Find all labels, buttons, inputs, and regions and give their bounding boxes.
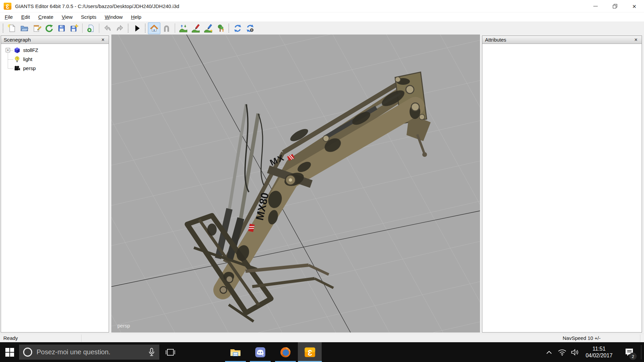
tray-wifi-button[interactable]: [556, 342, 568, 362]
tray-volume-button[interactable]: [569, 342, 582, 362]
taskbar-app-file-explorer[interactable]: [223, 342, 248, 362]
edit-notes-icon: [32, 24, 41, 33]
task-view-icon: [165, 348, 175, 356]
script-settings-button[interactable]: [244, 22, 256, 34]
tree-node-persp[interactable]: persp: [1, 64, 109, 73]
cortana-icon: [23, 348, 32, 357]
svg-text:3: 3: [308, 348, 312, 357]
tree-node-light[interactable]: light: [1, 55, 109, 64]
redo-button[interactable]: [114, 22, 126, 34]
toolbar-grip[interactable]: [228, 24, 230, 33]
reload-scripts-icon: [233, 24, 242, 33]
attributes-panel: Attributes ×: [482, 36, 642, 333]
viewport-3d[interactable]: MX MX80 persp: [111, 35, 480, 333]
title-bar: 3 GIANTS Editor 64bit 7.0.5 - C:/Users/b…: [0, 0, 644, 12]
show-desktop-button[interactable]: [641, 345, 641, 359]
attributes-header: Attributes ×: [482, 36, 642, 44]
menu-window[interactable]: Window: [101, 13, 126, 21]
clock-date: 04/02/2017: [586, 352, 612, 359]
restore-icon: [613, 4, 617, 8]
volume-icon: [571, 349, 580, 356]
terrain-sculpt-button[interactable]: [177, 22, 190, 34]
scenegraph-header: Scenegraph ×: [1, 36, 109, 44]
task-view-button[interactable]: [163, 342, 178, 362]
play-icon: [132, 24, 142, 33]
magnet-snap-button[interactable]: [160, 22, 173, 34]
new-scene-button[interactable]: [6, 22, 18, 34]
discord-icon: [255, 347, 266, 358]
tree-node-stollFZ[interactable]: + stollFZ: [1, 46, 109, 55]
magnet-snap-icon: [162, 24, 171, 33]
menu-help[interactable]: Help: [128, 13, 145, 21]
start-button[interactable]: [0, 342, 19, 362]
scenegraph-tree: + stollFZ light: [1, 44, 109, 73]
chevron-up-icon: [546, 350, 552, 354]
save-as-button[interactable]: [68, 22, 80, 34]
terrain-paint-button[interactable]: [190, 22, 202, 34]
open-file-button[interactable]: [18, 22, 31, 34]
menu-view[interactable]: View: [58, 13, 76, 21]
home-camera-icon: [150, 24, 159, 33]
toolbar-grip[interactable]: [145, 24, 146, 33]
action-center-button[interactable]: 2: [619, 342, 639, 362]
firefox-icon: [280, 347, 291, 358]
statusbar-separator: [640, 335, 640, 342]
wifi-icon: [558, 349, 567, 356]
tray-chevron-up-button[interactable]: [543, 342, 555, 362]
undo-button[interactable]: [101, 22, 114, 34]
taskbar-app-giants-editor[interactable]: 3: [298, 342, 322, 362]
menu-create[interactable]: Create: [35, 13, 57, 21]
notification-badge: 2: [629, 353, 637, 360]
terrain-sculpt-icon: [179, 24, 188, 33]
status-text: Ready: [3, 335, 18, 341]
save-icon: [57, 24, 66, 33]
foliage-button[interactable]: [214, 22, 227, 34]
menu-file[interactable]: File: [1, 13, 16, 21]
menu-edit[interactable]: Edit: [18, 13, 33, 21]
menu-scripts[interactable]: Scripts: [77, 13, 100, 21]
scenegraph-panel: Scenegraph × + stollFZ: [1, 36, 109, 333]
play-button[interactable]: [131, 22, 143, 34]
cortana-search-input[interactable]: Posez-moi une question.: [19, 345, 159, 360]
toolbar-grip[interactable]: [128, 24, 129, 33]
undo-icon: [103, 24, 112, 33]
camera-icon: [14, 65, 20, 72]
home-camera-button[interactable]: [148, 22, 160, 34]
toolbar-grip[interactable]: [3, 24, 4, 33]
tree-node-label: persp: [23, 65, 36, 71]
statusbar-separator: [81, 335, 82, 342]
tray-clock[interactable]: 11:51 04/02/2017: [582, 342, 616, 362]
import-button[interactable]: [85, 22, 97, 34]
attributes-body: [482, 44, 642, 332]
close-button[interactable]: ×: [625, 0, 644, 12]
scenegraph-body: + stollFZ light: [1, 44, 109, 332]
minimize-icon: [593, 6, 598, 6]
edit-notes-button[interactable]: [31, 22, 43, 34]
terrain-detail-icon: [204, 24, 213, 33]
expand-icon[interactable]: +: [6, 48, 10, 52]
clock-time: 11:51: [593, 346, 606, 352]
attributes-close-icon[interactable]: ×: [633, 37, 639, 43]
scenegraph-close-icon[interactable]: ×: [100, 37, 106, 43]
toolbar-separator: [175, 23, 175, 33]
windows-logo-icon: [5, 348, 14, 357]
giants-editor-icon: 3: [304, 347, 316, 358]
taskbar-app-firefox[interactable]: [273, 342, 298, 362]
microphone-icon[interactable]: [148, 348, 155, 357]
new-scene-icon: [7, 24, 16, 33]
toolbar-separator: [82, 23, 83, 33]
toolbar-separator: [99, 23, 99, 33]
window-title: GIANTS Editor 64bit 7.0.5 - C:/Users/baz…: [15, 3, 179, 9]
reload-button[interactable]: [43, 22, 55, 34]
menu-bar: File Edit Create View Scripts Window Hel…: [0, 12, 644, 21]
open-file-icon: [20, 24, 29, 33]
terrain-detail-button[interactable]: [202, 22, 214, 34]
reload-scripts-button[interactable]: [231, 22, 244, 34]
status-bar: Ready NavSpeed 10 +/-: [0, 334, 644, 342]
restore-button[interactable]: [605, 0, 625, 12]
save-button[interactable]: [55, 22, 68, 34]
cube-icon: [14, 47, 20, 54]
search-placeholder: Posez-moi une question.: [37, 348, 110, 356]
minimize-button[interactable]: [586, 0, 605, 12]
taskbar-app-discord[interactable]: [248, 342, 272, 362]
